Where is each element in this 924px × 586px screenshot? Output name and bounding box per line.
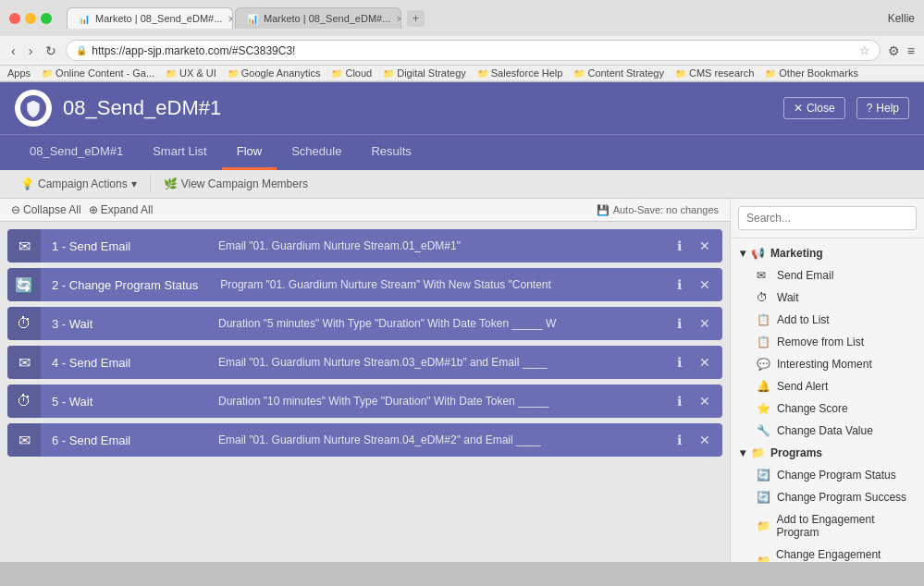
flow-step-5[interactable]: ⏱ 5 - Wait Duration "10 minutes" With Ty… <box>7 385 722 418</box>
step-icon-5: ⏱ <box>7 385 41 418</box>
traffic-lights <box>9 13 52 24</box>
forward-button[interactable]: › <box>25 42 37 60</box>
back-button[interactable]: ‹ <box>7 42 19 60</box>
sidebar-item-remove-from-list[interactable]: 📋 Remove from List <box>731 331 924 353</box>
step-actions-3: ℹ ✕ <box>661 313 722 334</box>
marketo-logo-icon <box>24 99 43 117</box>
bookmark-ux-ui[interactable]: 📁 UX & UI <box>166 67 216 79</box>
tab-favicon-1: 📊 <box>79 14 90 24</box>
step-info-button-4[interactable]: ℹ <box>669 352 689 372</box>
step-remove-button-2[interactable]: ✕ <box>695 275 715 295</box>
bookmark-online-content[interactable]: 📁 Online Content - Ga... <box>42 67 154 79</box>
sidebar-item-icon-2: 📋 <box>757 313 771 326</box>
step-remove-button-4[interactable]: ✕ <box>695 352 715 372</box>
sidebar-section-1: ▾ 📁 Programs🔄 Change Program Status🔄 Cha… <box>731 442 924 562</box>
help-icon: ? <box>867 102 873 115</box>
step-info-button-6[interactable]: ℹ <box>669 430 689 450</box>
campaign-actions-arrow-icon: ▾ <box>131 177 137 190</box>
tab-close-1[interactable]: ✕ <box>228 14 233 24</box>
section-icon-0: 📢 <box>751 247 765 260</box>
app-header: 08_Send_eDM#1 ✕ Close ? Help <box>0 82 924 134</box>
section-collapse-icon: ▾ <box>740 446 745 459</box>
bookmark-content[interactable]: 📁 Content Strategy <box>573 67 664 79</box>
sidebar-section-header-0[interactable]: ▾ 📢 Marketing <box>731 242 924 264</box>
sidebar-item-wait[interactable]: ⏱ Wait <box>731 287 924 309</box>
sidebar-item-label-2: Add to List <box>777 313 830 326</box>
browser-tab-2[interactable]: 📊 Marketo | 08_Send_eDM#... ✕ <box>235 7 401 29</box>
tab-schedule[interactable]: Schedule <box>277 135 356 170</box>
tab-results[interactable]: Results <box>356 135 425 170</box>
bookmark-other[interactable]: 📁 Other Bookmarks <box>765 67 858 79</box>
tab-flow[interactable]: Flow <box>222 135 277 170</box>
sidebar-section-header-1[interactable]: ▾ 📁 Programs <box>731 442 924 464</box>
new-tab-button[interactable]: + <box>407 10 425 27</box>
step-icon-2: 🔄 <box>7 268 41 301</box>
step-icon-3: ⏱ <box>7 307 41 340</box>
step-info-button-3[interactable]: ℹ <box>669 313 689 334</box>
sidebar-item-send-alert[interactable]: 🔔 Send Alert <box>731 375 924 397</box>
autosave-icon: 💾 <box>597 204 610 216</box>
tab-schedule-label: Schedule <box>291 144 341 158</box>
tab-close-2[interactable]: ✕ <box>396 14 401 24</box>
step-info-button-5[interactable]: ℹ <box>669 391 689 411</box>
step-remove-button-5[interactable]: ✕ <box>695 391 715 411</box>
tab-campaign[interactable]: 08_Send_eDM#1 <box>15 135 138 170</box>
flow-step-4[interactable]: ✉ 4 - Send Email Email "01. Guardium Nur… <box>7 346 722 379</box>
collapse-all-button[interactable]: ⊖ Collapse All <box>11 203 81 216</box>
flow-step-2[interactable]: 🔄 2 - Change Program Status Program "01.… <box>7 268 722 301</box>
close-button[interactable]: ✕ Close <box>783 97 845 119</box>
refresh-button[interactable]: ↻ <box>42 42 60 60</box>
view-members-button[interactable]: 🌿 View Campaign Members <box>154 174 317 194</box>
help-button[interactable]: ? Help <box>856 97 909 119</box>
sidebar-item-label-0: Change Program Status <box>777 469 896 482</box>
bookmark-salesforce[interactable]: 📁 Salesforce Help <box>477 67 563 79</box>
flow-step-3[interactable]: ⏱ 3 - Wait Duration "5 minutes" With Typ… <box>7 307 722 340</box>
tab-flow-label: Flow <box>237 144 262 158</box>
sidebar-item-label-3: Remove from List <box>777 336 864 348</box>
flow-step-1[interactable]: ✉ 1 - Send Email Email "01. Guardium Nur… <box>7 229 722 262</box>
bookmark-google[interactable]: 📁 Google Ananytics <box>228 67 321 79</box>
tab-smart-list[interactable]: Smart List <box>138 135 222 170</box>
bookmark-cloud[interactable]: 📁 Cloud <box>331 67 372 79</box>
sidebar-item-change-engagement-program-cade[interactable]: 📁 Change Engagement Program Cade <box>731 543 924 562</box>
step-remove-button-3[interactable]: ✕ <box>695 313 715 334</box>
step-info-button-1[interactable]: ℹ <box>669 236 689 256</box>
minimize-window-button[interactable] <box>25 13 36 24</box>
sidebar-item-add-to-engagement-program[interactable]: 📁 Add to Engagement Program <box>731 508 924 543</box>
extensions-button[interactable]: ⚙ <box>886 42 902 60</box>
campaign-actions-button[interactable]: 💡 Campaign Actions ▾ <box>11 174 146 194</box>
collapse-icon: ⊖ <box>11 203 20 216</box>
sidebar-item-icon-6: ⭐ <box>757 402 771 415</box>
maximize-window-button[interactable] <box>41 13 52 24</box>
expand-all-button[interactable]: ⊕ Expand All <box>89 203 154 216</box>
sidebar-item-send-email[interactable]: ✉ Send Email <box>731 264 924 287</box>
address-actions: ☆ <box>859 43 870 57</box>
sidebar-item-label-7: Change Data Value <box>777 424 873 437</box>
section-collapse-icon: ▾ <box>740 247 745 260</box>
bookmark-star-icon[interactable]: ☆ <box>859 43 870 57</box>
step-remove-button-1[interactable]: ✕ <box>695 236 715 256</box>
sidebar-item-label-6: Change Score <box>777 402 848 415</box>
sidebar-item-add-to-list[interactable]: 📋 Add to List <box>731 309 924 331</box>
sidebar-item-change-program-status[interactable]: 🔄 Change Program Status <box>731 464 924 486</box>
sidebar-item-label-1: Wait <box>777 291 799 304</box>
search-input[interactable] <box>738 206 917 230</box>
step-remove-button-6[interactable]: ✕ <box>695 430 715 450</box>
bookmark-apps[interactable]: Apps <box>7 67 31 79</box>
menu-button[interactable]: ≡ <box>906 42 917 60</box>
bookmark-digital[interactable]: 📁 Digital Strategy <box>383 67 466 79</box>
flow-step-6[interactable]: ✉ 6 - Send Email Email "01. Guardium Nur… <box>7 423 722 457</box>
close-window-button[interactable] <box>9 13 20 24</box>
sidebar-item-change-program-success[interactable]: 🔄 Change Program Success <box>731 486 924 508</box>
sidebar-item-change-data-value[interactable]: 🔧 Change Data Value <box>731 420 924 442</box>
sidebar-item-icon-3: 📁 <box>757 555 770 562</box>
step-info-button-2[interactable]: ℹ <box>669 275 689 295</box>
bookmarks-bar: Apps 📁 Online Content - Ga... 📁 UX & UI … <box>0 66 924 81</box>
address-bar[interactable]: 🔒 https://app-sjp.marketo.com/#SC3839C3!… <box>66 40 880 61</box>
sidebar-item-interesting-moment[interactable]: 💬 Interesting Moment <box>731 353 924 375</box>
step-actions-5: ℹ ✕ <box>661 391 722 411</box>
bookmark-cms[interactable]: 📁 CMS research <box>675 67 754 79</box>
browser-tab-1[interactable]: 📊 Marketo | 08_Send_eDM#... ✕ <box>67 7 233 29</box>
sidebar-item-change-score[interactable]: ⭐ Change Score <box>731 397 924 420</box>
browser-user: Kellie <box>888 12 915 25</box>
